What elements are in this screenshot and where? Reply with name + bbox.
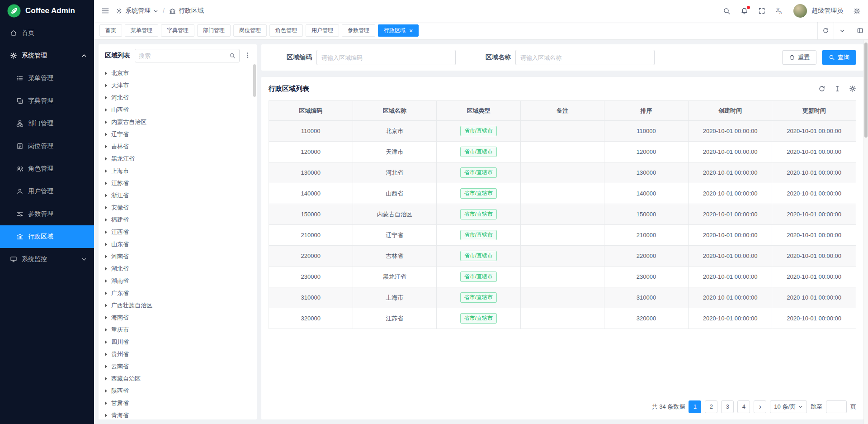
- column-settings-button[interactable]: [849, 85, 856, 92]
- table-row[interactable]: 130000 河北省 省市/直辖市 130000 2020-10-01 00:0…: [269, 162, 856, 183]
- sidebar-item-dept-mgmt[interactable]: 部门管理: [0, 112, 94, 135]
- scrollbar-thumb[interactable]: [864, 43, 868, 138]
- caret-right-icon[interactable]: [105, 218, 107, 222]
- caret-right-icon[interactable]: [105, 267, 107, 271]
- avatar[interactable]: [793, 4, 807, 18]
- refresh-table-button[interactable]: [818, 85, 826, 92]
- tab[interactable]: 用户管理: [306, 24, 339, 37]
- caret-right-icon[interactable]: [105, 96, 107, 100]
- tree-node[interactable]: 海南省: [105, 311, 257, 324]
- tree-node[interactable]: 湖北省: [105, 262, 257, 275]
- caret-right-icon[interactable]: [105, 145, 107, 148]
- caret-right-icon[interactable]: [105, 169, 107, 173]
- search-button[interactable]: [723, 7, 731, 15]
- caret-right-icon[interactable]: [105, 316, 107, 319]
- sidebar-group-monitor[interactable]: 系统监控: [0, 248, 94, 271]
- reset-button[interactable]: 重置: [782, 50, 816, 65]
- tab[interactable]: 部门管理: [197, 24, 231, 37]
- caret-right-icon[interactable]: [105, 304, 107, 307]
- tree-node[interactable]: 湖南省: [105, 275, 257, 287]
- table-row[interactable]: 210000 辽宁省 省市/直辖市 210000 2020-10-01 00:0…: [269, 225, 856, 246]
- username[interactable]: 超级管理员: [811, 7, 843, 15]
- table-row[interactable]: 110000 北京市 省市/直辖市 110000 2020-10-01 00:0…: [269, 121, 856, 142]
- page-size-select[interactable]: 10 条/页: [770, 400, 807, 413]
- table-row[interactable]: 150000 内蒙古自治区 省市/直辖市 150000 2020-10-01 0…: [269, 204, 856, 225]
- column-header[interactable]: 区域类型: [437, 101, 521, 121]
- layout-setting-button[interactable]: [852, 22, 868, 39]
- tree-node[interactable]: 贵州省: [105, 348, 257, 360]
- tree-node[interactable]: 江西省: [105, 226, 257, 238]
- jump-page-input[interactable]: [826, 400, 847, 413]
- tree-node[interactable]: 福建省: [105, 214, 257, 226]
- tab-options-button[interactable]: [834, 22, 850, 39]
- column-header[interactable]: 更新时间: [772, 101, 856, 121]
- caret-right-icon[interactable]: [105, 291, 107, 295]
- search-icon[interactable]: [229, 52, 236, 59]
- caret-right-icon[interactable]: [105, 279, 107, 283]
- tree-node[interactable]: 青海省: [105, 409, 257, 419]
- page-scrollbar[interactable]: [863, 40, 868, 424]
- tree-node[interactable]: 北京市: [105, 67, 257, 79]
- caret-right-icon[interactable]: [105, 389, 107, 393]
- column-header[interactable]: 创建时间: [688, 101, 772, 121]
- tab[interactable]: 行政区域: [378, 24, 419, 37]
- sidebar-item-post-mgmt[interactable]: 岗位管理: [0, 135, 94, 157]
- caret-right-icon[interactable]: [105, 84, 107, 87]
- caret-right-icon[interactable]: [105, 157, 107, 161]
- tree-node[interactable]: 陕西省: [105, 385, 257, 397]
- language-button[interactable]: 文A: [775, 7, 783, 15]
- caret-right-icon[interactable]: [105, 194, 107, 197]
- caret-right-icon[interactable]: [105, 365, 107, 368]
- tree-node[interactable]: 河南省: [105, 250, 257, 262]
- fullscreen-button[interactable]: [758, 7, 765, 14]
- collapse-sidebar-button[interactable]: [101, 7, 109, 15]
- region-code-input[interactable]: [316, 50, 456, 65]
- table-row[interactable]: 140000 山西省 省市/直辖市 140000 2020-10-01 00:0…: [269, 183, 856, 204]
- sidebar-item-dict-mgmt[interactable]: 字典管理: [0, 90, 94, 112]
- table-row[interactable]: 220000 吉林省 省市/直辖市 220000 2020-10-01 00:0…: [269, 246, 856, 267]
- tree-node[interactable]: 西藏自治区: [105, 372, 257, 385]
- tree-node[interactable]: 云南省: [105, 360, 257, 372]
- sidebar-item-menu-mgmt[interactable]: 菜单管理: [0, 67, 94, 90]
- caret-right-icon[interactable]: [105, 414, 107, 417]
- caret-right-icon[interactable]: [105, 206, 107, 210]
- caret-right-icon[interactable]: [105, 120, 107, 124]
- caret-right-icon[interactable]: [105, 181, 107, 185]
- tab[interactable]: 参数管理: [342, 24, 375, 37]
- tree-node[interactable]: 浙江省: [105, 189, 257, 201]
- sidebar-group-system[interactable]: 系统管理: [0, 44, 94, 67]
- next-page-button[interactable]: [754, 400, 766, 413]
- caret-right-icon[interactable]: [105, 328, 107, 332]
- chevron-down-icon[interactable]: [153, 9, 158, 14]
- tree-node[interactable]: 江苏省: [105, 177, 257, 189]
- sidebar-item-param-mgmt[interactable]: 参数管理: [0, 203, 94, 225]
- caret-right-icon[interactable]: [105, 353, 107, 356]
- sidebar-item-home[interactable]: 首页: [0, 22, 94, 44]
- search-button[interactable]: 查询: [822, 50, 856, 65]
- tree-node[interactable]: 安徽省: [105, 201, 257, 214]
- page-button[interactable]: 2: [705, 400, 717, 413]
- tree-node[interactable]: 天津市: [105, 79, 257, 91]
- tab[interactable]: 首页: [99, 24, 122, 37]
- table-row[interactable]: 320000 江苏省 省市/直辖市 320000 2020-10-01 00:0…: [269, 308, 856, 329]
- tree-node[interactable]: 山东省: [105, 238, 257, 250]
- column-header[interactable]: 排序: [604, 101, 689, 121]
- caret-right-icon[interactable]: [105, 340, 107, 344]
- tree-scrollbar-thumb[interactable]: [253, 64, 256, 97]
- caret-right-icon[interactable]: [105, 255, 107, 258]
- tree-node[interactable]: 广西壮族自治区: [105, 299, 257, 311]
- caret-right-icon[interactable]: [105, 230, 107, 234]
- column-header[interactable]: 备注: [520, 101, 604, 121]
- caret-right-icon[interactable]: [105, 401, 107, 405]
- caret-right-icon[interactable]: [105, 108, 107, 112]
- caret-right-icon[interactable]: [105, 243, 107, 246]
- column-header[interactable]: 区域编码: [269, 101, 353, 121]
- tree-node[interactable]: 四川省: [105, 336, 257, 348]
- page-button[interactable]: 4: [737, 400, 750, 413]
- tree-node[interactable]: 辽宁省: [105, 128, 257, 140]
- table-row[interactable]: 230000 黑龙江省 省市/直辖市 230000 2020-10-01 00:…: [269, 267, 856, 287]
- table-row[interactable]: 120000 天津市 省市/直辖市 120000 2020-10-01 00:0…: [269, 142, 856, 162]
- tab[interactable]: 字典管理: [161, 24, 194, 37]
- tree-node[interactable]: 上海市: [105, 165, 257, 177]
- caret-right-icon[interactable]: [105, 133, 107, 136]
